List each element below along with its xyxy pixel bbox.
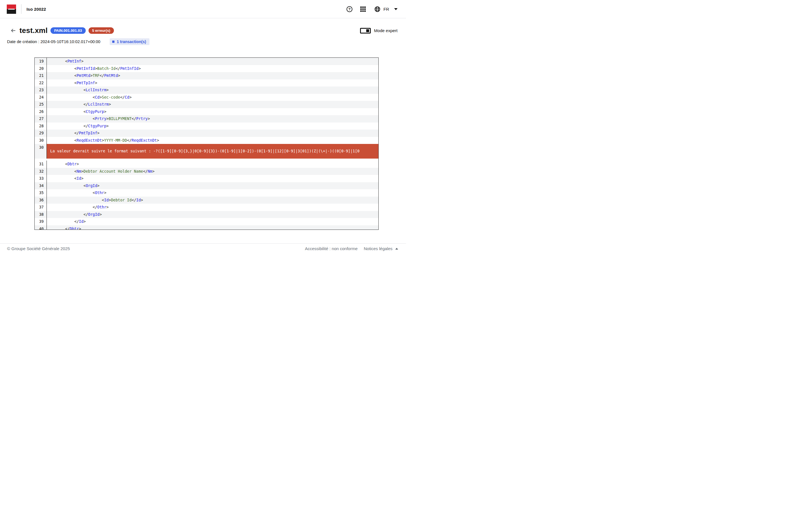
line-content: <Prtry>BILLPYMENT</Prtry> <box>47 115 378 122</box>
page-title: test.xml <box>19 26 48 35</box>
line-content: <Cd>Sec-code</Cd> <box>47 94 378 101</box>
line-content: <CtgyPurp> <box>47 108 378 115</box>
transactions-chip[interactable]: 1 transaction(s) <box>110 38 149 45</box>
code-line: 35 <Othr> <box>35 189 378 196</box>
xml-viewer: 19 <PmtInf>20 <PmtInfId>Batch-Id</PmtInf… <box>35 57 378 230</box>
transaction-square-icon <box>112 41 114 43</box>
code-line: 20 <PmtInfId>Batch-Id</PmtInfId> <box>35 65 378 72</box>
line-content: </Othr> <box>47 204 378 211</box>
back-arrow-icon <box>10 28 16 33</box>
topbar-divider <box>21 4 21 14</box>
line-content: <Id> <box>47 175 378 182</box>
footer: © Groupe Société Générale 2025 Accessibi… <box>0 243 406 253</box>
back-button[interactable] <box>10 28 16 33</box>
code-line: 36 <Id>Debtor Id</Id> <box>35 196 378 204</box>
line-number: 33 <box>35 175 47 182</box>
line-content: <Nm>Debtor Account Holder Name</Nm> <box>47 168 378 175</box>
code-line: 24 <Cd>Sec-code</Cd> <box>35 94 378 101</box>
code-line: 39 </Id> <box>35 218 378 225</box>
topbar-actions: ? FR <box>347 6 398 12</box>
line-number: 20 <box>35 65 47 72</box>
line-number: 29 <box>35 129 47 137</box>
line-number: 27 <box>35 115 47 122</box>
societe-generale-logo <box>7 4 16 14</box>
line-number: 28 <box>35 122 47 130</box>
line-number: 40 <box>35 225 47 230</box>
code-line: 30 <ReqdExctnDt>YYYY-MM-DD</ReqdExctnDt> <box>35 137 378 144</box>
code-line: 26 <CtgyPurp> <box>35 108 378 115</box>
line-content: </Dbtr> <box>47 225 378 230</box>
line-number: 19 <box>35 58 47 65</box>
code-line: 23 <LclInstrm> <box>35 87 378 94</box>
code-line: 37 </Othr> <box>35 204 378 211</box>
page-head: test.xml PAIN.001.001.03 5 erreur(s) Mod… <box>0 18 406 45</box>
code-line: 27 <Prtry>BILLPYMENT</Prtry> <box>35 115 378 122</box>
chevron-down-icon[interactable] <box>394 8 398 10</box>
language-label[interactable]: FR <box>384 7 389 11</box>
code-line: 22 <PmtTpInf> <box>35 79 378 87</box>
line-number: 37 <box>35 204 47 211</box>
error-count-badge: 5 erreur(s) <box>89 27 114 34</box>
line-content: <PmtInfId>Batch-Id</PmtInfId> <box>47 65 378 72</box>
line-content: </LclInstrm> <box>47 101 378 108</box>
line-number: 38 <box>35 211 47 218</box>
line-content: </Id> <box>47 218 378 225</box>
line-number: 31 <box>35 161 47 168</box>
code-line: 28 </CtgyPurp> <box>35 122 378 130</box>
code-line: 29 </PmtTpInf> <box>35 129 378 137</box>
line-content: <PmtTpInf> <box>47 79 378 87</box>
line-number: 39 <box>35 218 47 225</box>
line-number: 36 <box>35 196 47 204</box>
line-number: 34 <box>35 182 47 189</box>
line-number: 25 <box>35 101 47 108</box>
line-content: <LclInstrm> <box>47 87 378 94</box>
code-line: 34 <OrgId> <box>35 182 378 189</box>
line-number: 32 <box>35 168 47 175</box>
globe-icon <box>374 6 380 12</box>
line-number: 30 <box>35 137 47 144</box>
line-content: </OrgId> <box>47 211 378 218</box>
code-line: 19 <PmtInf> <box>35 58 378 65</box>
apps-grid-button[interactable] <box>352 6 366 12</box>
error-message-cell: La valeur devrait suivre le format suiva… <box>47 144 378 159</box>
line-content: <Othr> <box>47 189 378 196</box>
transactions-chip-label: 1 transaction(s) <box>117 40 146 44</box>
copyright: © Groupe Société Générale 2025 <box>7 246 70 251</box>
line-content: </PmtTpInf> <box>47 129 378 137</box>
code-line: 32 <Nm>Debtor Account Holder Name</Nm> <box>35 168 378 175</box>
line-content: </CtgyPurp> <box>47 122 378 130</box>
code-line: 38 </OrgId> <box>35 211 378 218</box>
line-number: 22 <box>35 79 47 87</box>
code-line: 31 <Dbtr> <box>35 161 378 168</box>
app-title: Iso 20022 <box>27 7 46 11</box>
expert-mode-label: Mode expert <box>374 28 398 33</box>
code-line: 33 <Id> <box>35 175 378 182</box>
apps-grid-icon <box>360 6 366 12</box>
line-number: 21 <box>35 72 47 79</box>
line-content: <Id>Debtor Id</Id> <box>47 196 378 204</box>
line-number: 24 <box>35 94 47 101</box>
help-button[interactable]: ? <box>347 6 352 12</box>
line-number: 35 <box>35 189 47 196</box>
line-content: <Dbtr> <box>47 161 378 168</box>
code-line: 21 <PmtMtd>TRF</PmtMtd> <box>35 72 378 79</box>
line-number: 30 <box>35 144 47 159</box>
toggle-knob <box>366 29 369 32</box>
validation-error-banner: La valeur devrait suivre le format suiva… <box>47 144 378 159</box>
line-content: <PmtMtd>TRF</PmtMtd> <box>47 72 378 79</box>
line-content: <PmtInf> <box>47 58 378 65</box>
line-number: 26 <box>35 108 47 115</box>
legal-notices-link[interactable]: Notices légales <box>364 246 393 251</box>
accessibility-link[interactable]: Accessibilité : non conforme <box>305 246 358 251</box>
code-lines: 19 <PmtInf>20 <PmtInfId>Batch-Id</PmtInf… <box>35 58 378 230</box>
chevron-up-icon[interactable] <box>395 248 398 249</box>
schema-badge: PAIN.001.001.03 <box>50 27 86 34</box>
topbar: Iso 20022 ? FR <box>0 0 406 18</box>
line-number: 23 <box>35 87 47 94</box>
expert-mode-toggle[interactable] <box>360 28 371 34</box>
line-content: <ReqdExctnDt>YYYY-MM-DD</ReqdExctnDt> <box>47 137 378 144</box>
code-line: 25 </LclInstrm> <box>35 101 378 108</box>
language-selector[interactable] <box>374 6 380 12</box>
help-icon: ? <box>347 6 352 12</box>
line-content: <OrgId> <box>47 182 378 189</box>
